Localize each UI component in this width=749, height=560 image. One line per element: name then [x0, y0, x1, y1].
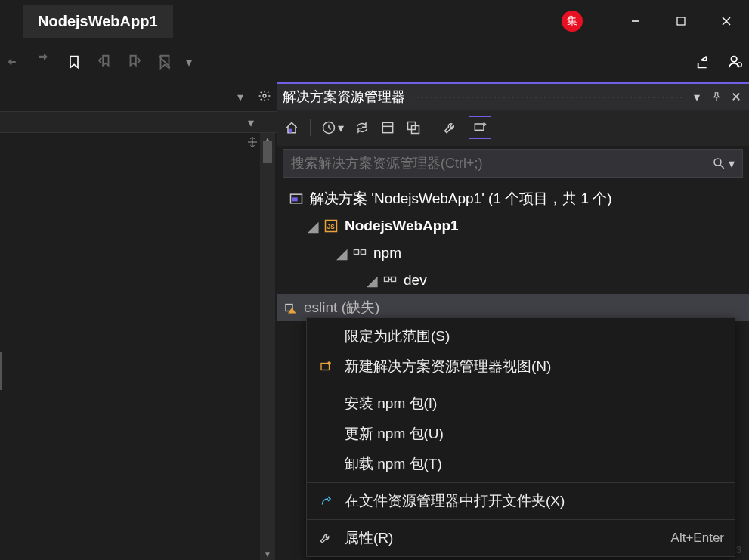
split-handle[interactable] [0, 352, 2, 390]
project-tab[interactable]: NodejsWebApp1 [23, 5, 173, 38]
preview-icon[interactable] [469, 116, 491, 139]
vertical-scrollbar[interactable]: ▲ ▼ [260, 133, 275, 560]
sync-icon[interactable] [354, 120, 370, 135]
svg-text:JS: JS [327, 224, 336, 230]
dev-node[interactable]: ◢ dev [283, 267, 743, 294]
panel-menu-icon[interactable]: ▾ [690, 90, 704, 104]
reference-icon [382, 273, 398, 288]
wrench-icon[interactable] [443, 120, 458, 135]
toolbar-overflow-icon[interactable]: ▾ [186, 55, 193, 70]
npm-node[interactable]: ◢ npm [283, 240, 743, 267]
new-window-icon [317, 358, 334, 375]
svg-rect-23 [361, 250, 366, 255]
search-input-container[interactable]: ▾ [283, 149, 743, 178]
svg-marker-29 [288, 308, 296, 314]
svg-rect-25 [385, 277, 389, 282]
svg-line-17 [720, 165, 724, 169]
step-icon[interactable] [35, 53, 53, 71]
svg-point-16 [714, 159, 721, 166]
show-all-icon[interactable] [406, 120, 421, 135]
scroll-thumb[interactable] [263, 141, 272, 163]
notification-badge[interactable]: 集 [562, 11, 583, 32]
ctx-scope[interactable]: 限定为此范围(S) [307, 321, 735, 351]
svg-rect-19 [292, 197, 298, 201]
solution-node[interactable]: 解决方案 'NodejsWebApp1' (1 个项目，共 1 个) [283, 185, 743, 212]
js-project-icon: JS [323, 218, 339, 234]
person-icon[interactable] [726, 53, 744, 71]
project-node[interactable]: ◢ JS NodejsWebApp1 [283, 212, 743, 240]
svg-rect-11 [382, 122, 392, 132]
scroll-down-icon[interactable]: ▼ [260, 548, 275, 560]
ctx-new-view[interactable]: 新建解决方案资源管理器视图(N) [307, 351, 735, 382]
ctx-properties[interactable]: 属性(R) Alt+Enter [307, 523, 735, 553]
ctx-install[interactable]: 安装 npm 包(I) [307, 388, 735, 419]
svg-rect-15 [475, 124, 484, 130]
dropdown-icon[interactable]: ▾ [248, 116, 262, 129]
reference-icon [352, 246, 367, 261]
svg-rect-1 [677, 17, 685, 25]
search-icon[interactable]: ▾ [712, 156, 735, 171]
open-arrow-icon [317, 493, 334, 509]
ctx-open-folder[interactable]: 在文件资源管理器中打开文件夹(X) [307, 486, 735, 516]
maximize-button[interactable] [658, 6, 704, 36]
panel-title: 解决方案资源管理器 [283, 88, 405, 106]
separator [307, 385, 735, 385]
svg-rect-26 [392, 277, 396, 282]
nav-back-icon[interactable] [5, 53, 23, 71]
collapse-icon[interactable] [380, 120, 395, 135]
close-button[interactable] [704, 6, 749, 36]
separator [307, 519, 735, 520]
bookmark-icon[interactable] [65, 53, 83, 71]
dev-label: dev [404, 272, 427, 289]
search-input[interactable] [291, 156, 712, 172]
minimize-button[interactable] [613, 6, 658, 36]
expand-icon[interactable] [246, 136, 258, 148]
context-menu: 限定为此范围(S) 新建解决方案资源管理器视图(N) 安装 npm 包(I) 更… [306, 317, 735, 557]
expander-icon[interactable]: ◢ [337, 245, 346, 262]
eslint-label: eslint (缺失) [304, 298, 379, 317]
svg-point-31 [327, 361, 331, 365]
project-label: NodejsWebApp1 [345, 218, 459, 234]
panel-grip[interactable] [411, 95, 684, 98]
bookmark-clear-icon[interactable] [156, 53, 174, 71]
share-icon[interactable] [695, 53, 713, 71]
solution-icon [289, 191, 304, 206]
wrench-icon [317, 530, 334, 546]
expander-icon[interactable]: ◢ [308, 218, 317, 235]
history-icon[interactable]: ▾ [321, 120, 344, 135]
dropdown-icon[interactable]: ▾ [237, 90, 251, 104]
shortcut-label: Alt+Enter [671, 531, 724, 546]
svg-rect-22 [354, 250, 359, 255]
close-panel-icon[interactable] [729, 90, 743, 104]
svg-point-4 [732, 57, 737, 62]
bookmark-next-icon[interactable] [125, 53, 144, 71]
package-warning-icon [283, 300, 298, 315]
svg-rect-9 [289, 129, 292, 133]
svg-point-6 [263, 94, 266, 97]
pin-icon[interactable] [710, 90, 723, 104]
separator [307, 482, 735, 483]
solution-label: 解决方案 'NodejsWebApp1' (1 个项目，共 1 个) [310, 189, 612, 209]
ctx-uninstall[interactable]: 卸载 npm 包(T) [307, 449, 735, 479]
gear-icon[interactable] [258, 90, 272, 104]
expander-icon[interactable]: ◢ [367, 272, 376, 289]
home-icon[interactable] [284, 120, 299, 135]
ctx-update[interactable]: 更新 npm 包(U) [307, 419, 735, 449]
bookmark-prev-icon[interactable] [95, 53, 113, 71]
npm-label: npm [373, 245, 401, 261]
